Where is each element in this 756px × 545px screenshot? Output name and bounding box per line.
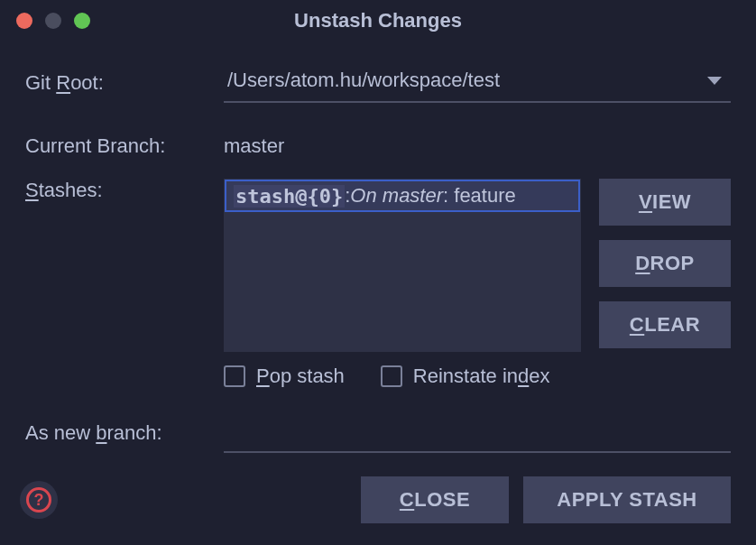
checkbox-icon — [381, 365, 402, 387]
new-branch-label: As new branch: — [25, 421, 224, 445]
close-window-icon[interactable] — [16, 13, 32, 29]
chevron-down-icon — [707, 77, 722, 85]
stashes-row: Stashes: stash@{0}: On master: feature P… — [25, 179, 731, 388]
drop-button[interactable]: DROP — [599, 240, 731, 287]
apply-stash-button[interactable]: APPLY STASH — [523, 476, 731, 523]
view-button[interactable]: VIEW — [599, 179, 731, 226]
stash-id: stash@{0} — [234, 185, 345, 208]
reinstate-index-checkbox[interactable]: Reinstate index — [381, 365, 550, 388]
stash-item[interactable]: stash@{0}: On master: feature — [225, 180, 580, 212]
help-button[interactable]: ? — [20, 481, 58, 519]
git-root-value: /Users/atom.hu/workspace/test — [227, 69, 500, 92]
git-root-dropdown[interactable]: /Users/atom.hu/workspace/test — [224, 63, 731, 103]
minimize-window-icon[interactable] — [45, 13, 61, 29]
titlebar: Unstash Changes — [0, 0, 756, 42]
checkbox-icon — [224, 365, 245, 387]
current-branch-label: Current Branch: — [25, 134, 224, 158]
zoom-window-icon[interactable] — [74, 13, 90, 29]
dialog-title: Unstash Changes — [0, 9, 756, 32]
help-icon: ? — [26, 487, 51, 513]
window-controls — [0, 13, 90, 29]
close-button[interactable]: CLOSE — [361, 476, 509, 523]
new-branch-input[interactable] — [224, 413, 731, 453]
clear-button[interactable]: CLEAR — [599, 301, 731, 348]
current-branch-value: master — [224, 134, 284, 158]
stashes-label: Stashes: — [25, 179, 224, 202]
new-branch-row: As new branch: — [25, 413, 731, 453]
current-branch-row: Current Branch: master — [25, 125, 731, 168]
git-root-row: Git Root: /Users/atom.hu/workspace/test — [25, 61, 731, 105]
git-root-label: Git Root: — [25, 71, 224, 95]
stash-list[interactable]: stash@{0}: On master: feature — [224, 179, 581, 352]
pop-stash-checkbox[interactable]: Pop stash — [224, 365, 345, 388]
